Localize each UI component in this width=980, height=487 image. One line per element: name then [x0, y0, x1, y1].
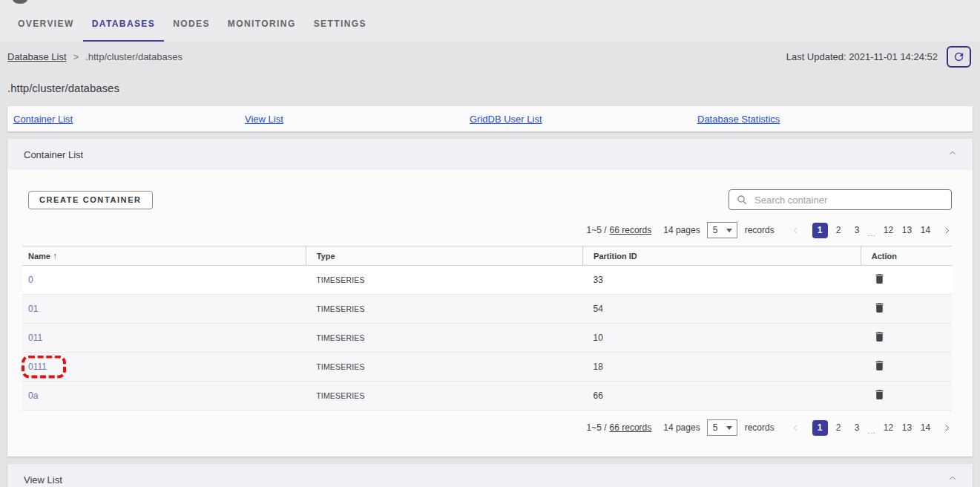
table-row: 011 TIMESERIES 10	[22, 324, 952, 353]
breadcrumb-current: .http/cluster/databases	[85, 51, 182, 62]
quick-link-griddb-user-list[interactable]: GridDB User List	[470, 114, 542, 125]
refresh-button[interactable]	[947, 46, 971, 68]
quick-link-database-statistics[interactable]: Database Statistics	[697, 114, 780, 125]
page-count-text: 14 pages	[663, 225, 700, 235]
page-size-select[interactable]: 5	[707, 419, 737, 436]
trash-icon	[873, 330, 886, 344]
delete-container-button[interactable]	[873, 330, 886, 344]
table-row: 0a TIMESERIES 66	[22, 382, 952, 411]
container-partition-id: 33	[583, 266, 861, 295]
container-link-0[interactable]: 0	[28, 275, 33, 285]
page-size-value: 5	[713, 225, 718, 235]
quick-link-view-list[interactable]: View List	[245, 114, 283, 125]
container-list-panel-body: CREATE CONTAINER 1~5 / 66 records 14 pag…	[7, 189, 973, 457]
caret-down-icon	[726, 229, 732, 232]
search-icon	[737, 195, 748, 206]
page-number-12[interactable]: 12	[881, 223, 896, 238]
page-number-14[interactable]: 14	[918, 223, 933, 238]
container-type: TIMESERIES	[306, 295, 582, 324]
container-table: Name↑ Type Partition ID Action 0 TIMESER…	[22, 246, 952, 411]
container-list-panel-header[interactable]: Container List	[7, 139, 973, 170]
breadcrumb-database-list-link[interactable]: Database List	[7, 51, 67, 62]
table-row: 01 TIMESERIES 54	[22, 295, 952, 324]
page-number-13[interactable]: 13	[899, 223, 915, 238]
trash-icon	[873, 359, 886, 373]
next-page-button[interactable]	[942, 226, 952, 235]
chevron-up-icon[interactable]	[947, 473, 958, 486]
tab-nodes[interactable]: NODES	[164, 19, 219, 42]
page-number-1[interactable]: 1	[812, 420, 828, 436]
column-header-name[interactable]: Name↑	[22, 246, 306, 266]
tab-overview[interactable]: OVERVIEW	[9, 19, 83, 42]
table-header-row: Name↑ Type Partition ID Action	[22, 246, 952, 266]
pagination-bottom: 1~5 / 66 records 14 pages 5 records 1 2 …	[28, 419, 952, 436]
record-range-text: 1~5 /	[587, 225, 607, 235]
sort-ascending-icon: ↑	[53, 251, 57, 261]
refresh-icon	[953, 50, 965, 63]
record-range-text: 1~5 /	[587, 422, 607, 433]
container-type: TIMESERIES	[306, 382, 582, 411]
container-link-0a[interactable]: 0a	[28, 390, 38, 401]
top-nav-bar: OVERVIEW DATABASES NODES MONITORING SETT…	[0, 0, 980, 42]
view-list-panel-title: View List	[24, 474, 62, 486]
container-partition-id: 54	[583, 295, 861, 324]
page-ellipsis: ...	[868, 229, 876, 238]
page-size-value: 5	[713, 422, 718, 433]
next-page-button[interactable]	[942, 423, 952, 433]
search-container-input[interactable]	[754, 195, 945, 206]
page-count-text: 14 pages	[663, 422, 700, 433]
column-header-partition-id[interactable]: Partition ID	[583, 246, 861, 266]
trash-icon	[873, 388, 886, 402]
trash-icon	[873, 272, 886, 286]
tab-databases[interactable]: DATABASES	[83, 19, 165, 42]
page-number-3[interactable]: 3	[849, 223, 865, 238]
page-number-14[interactable]: 14	[918, 420, 933, 436]
container-link-011[interactable]: 011	[28, 333, 42, 343]
breadcrumb-separator: >	[73, 51, 79, 62]
table-row: 0 TIMESERIES 33	[22, 266, 952, 295]
chevron-up-icon[interactable]	[947, 148, 958, 161]
container-type: TIMESERIES	[306, 266, 582, 295]
view-list-panel: View List	[7, 464, 973, 487]
quick-link-container-list[interactable]: Container List	[13, 114, 73, 125]
page-number-1[interactable]: 1	[812, 223, 828, 238]
records-suffix-label: records	[745, 225, 775, 235]
trash-icon	[873, 301, 886, 315]
breadcrumb-row: Database List > .http/cluster/databases …	[0, 42, 980, 71]
container-list-panel-title: Container List	[24, 149, 83, 160]
tab-settings[interactable]: SETTINGS	[305, 19, 375, 42]
page-number-12[interactable]: 12	[881, 420, 896, 436]
logo-remnant	[13, 0, 27, 4]
tab-monitoring[interactable]: MONITORING	[219, 19, 305, 42]
total-records-link[interactable]: 66 records	[610, 225, 652, 235]
last-updated-text: Last Updated: 2021-11-01 14:24:52	[786, 51, 938, 62]
page-ellipsis: ...	[868, 427, 876, 435]
column-header-type[interactable]: Type	[306, 246, 582, 266]
page-title: .http/cluster/databases	[0, 71, 980, 106]
container-link-0111[interactable]: 0111	[28, 362, 47, 372]
container-partition-id: 66	[583, 382, 861, 411]
prev-page-button[interactable]	[791, 423, 800, 433]
search-container-box	[729, 189, 952, 210]
caret-down-icon	[726, 426, 732, 430]
container-type: TIMESERIES	[306, 324, 582, 353]
view-list-panel-header[interactable]: View List	[7, 464, 973, 487]
delete-container-button[interactable]	[873, 272, 886, 286]
page-number-3[interactable]: 3	[849, 420, 865, 436]
delete-container-button[interactable]	[873, 388, 886, 402]
prev-page-button[interactable]	[791, 226, 800, 235]
container-type: TIMESERIES	[306, 353, 582, 382]
page-number-2[interactable]: 2	[831, 420, 846, 436]
pagination-top: 1~5 / 66 records 14 pages 5 records 1 2 …	[28, 222, 952, 238]
delete-container-button[interactable]	[873, 359, 886, 373]
page-size-select[interactable]: 5	[707, 222, 737, 238]
delete-container-button[interactable]	[873, 301, 886, 315]
page-number-13[interactable]: 13	[899, 420, 915, 436]
records-suffix-label: records	[745, 422, 775, 433]
create-container-button[interactable]: CREATE CONTAINER	[28, 191, 153, 209]
column-header-action: Action	[861, 246, 952, 266]
container-link-01[interactable]: 01	[28, 304, 38, 314]
page-number-2[interactable]: 2	[831, 223, 846, 238]
container-partition-id: 10	[583, 324, 861, 353]
total-records-link[interactable]: 66 records	[610, 422, 652, 433]
